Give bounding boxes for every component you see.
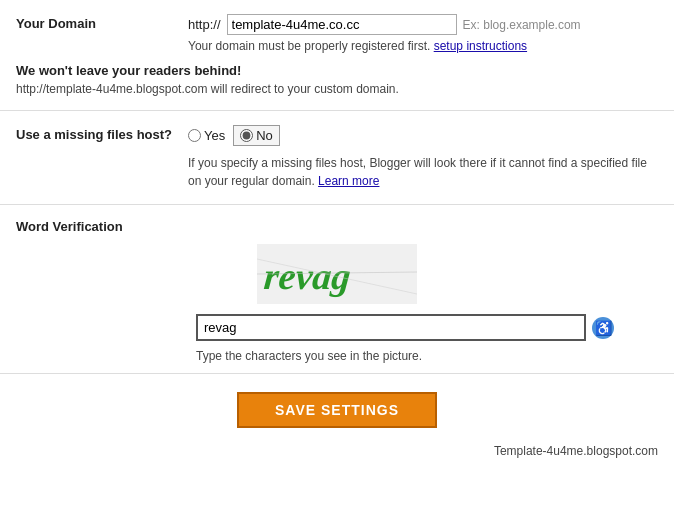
captcha-svg: revag <box>257 244 417 304</box>
svg-text:revag: revag <box>262 255 352 297</box>
setup-instructions-link[interactable]: setup instructions <box>434 39 527 53</box>
missing-files-label: Use a missing files host? <box>16 125 176 142</box>
no-radio[interactable] <box>240 129 253 142</box>
yes-label: Yes <box>204 128 225 143</box>
footer-text: Template-4u4me.blogspot.com <box>494 444 658 458</box>
domain-input[interactable] <box>227 14 457 35</box>
captcha-hint: Type the characters you see in the pictu… <box>196 349 658 363</box>
your-domain-label: Your Domain <box>16 14 176 31</box>
captcha-image: revag <box>16 244 658 304</box>
save-section: SAVE SETTINGS Template-4u4me.blogspot.co… <box>0 374 674 466</box>
captcha-input-row: ♿ <box>16 314 658 341</box>
protocol-text: http:// <box>188 17 221 32</box>
missing-files-section: Use a missing files host? Yes No If you … <box>0 111 674 205</box>
radio-row: Yes No <box>188 125 658 146</box>
yes-radio[interactable] <box>188 129 201 142</box>
domain-note: Your domain must be properly registered … <box>188 39 658 53</box>
example-text: Ex: blog.example.com <box>463 18 581 32</box>
word-verification-section: Word Verification revag ♿ Type the chara… <box>0 205 674 374</box>
accessibility-icon[interactable]: ♿ <box>592 317 614 339</box>
readers-title: We won't leave your readers behind! <box>16 63 658 78</box>
no-group-box: No <box>233 125 280 146</box>
readers-desc: http://template-4u4me.blogspot.com will … <box>16 82 658 96</box>
missing-desc: If you specify a missing files host, Blo… <box>188 154 658 190</box>
save-settings-button[interactable]: SAVE SETTINGS <box>237 392 437 428</box>
yes-group: Yes <box>188 128 225 143</box>
no-label: No <box>256 128 273 143</box>
word-verification-label: Word Verification <box>16 219 658 234</box>
your-domain-content: http:// Ex: blog.example.com Your domain… <box>188 14 658 53</box>
your-domain-section: Your Domain http:// Ex: blog.example.com… <box>0 0 674 111</box>
readers-box: We won't leave your readers behind! http… <box>16 53 658 96</box>
missing-files-content: Yes No If you specify a missing files ho… <box>188 125 658 190</box>
captcha-input[interactable] <box>196 314 586 341</box>
learn-more-link[interactable]: Learn more <box>318 174 379 188</box>
